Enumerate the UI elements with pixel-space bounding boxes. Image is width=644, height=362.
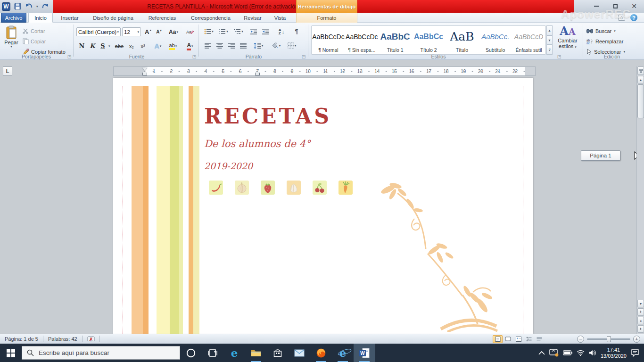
- paste-button[interactable]: Pegar ▾: [2, 25, 21, 55]
- tab-archivo[interactable]: Archivo: [1, 13, 26, 23]
- styles-dialog-launcher[interactable]: [556, 54, 562, 59]
- first-line-indent-marker[interactable]: [142, 67, 147, 71]
- justify-button[interactable]: [238, 41, 248, 50]
- styles-scroll-up[interactable]: ▲: [546, 25, 553, 35]
- zoom-out-button[interactable]: −: [577, 336, 584, 343]
- task-view-button[interactable]: [202, 344, 223, 362]
- bold-button[interactable]: N: [77, 41, 87, 50]
- text-effects-button[interactable]: A▾: [152, 41, 164, 50]
- save-button[interactable]: [13, 2, 22, 11]
- font-size-combo[interactable]: 12▾: [122, 27, 141, 36]
- taskbar-search[interactable]: Escribe aquí para buscar: [22, 346, 180, 360]
- numbering-button[interactable]: ▾: [217, 27, 230, 36]
- zoom-slider-thumb[interactable]: [607, 336, 611, 342]
- underline-button[interactable]: S: [98, 41, 107, 50]
- draft-view-button[interactable]: [534, 335, 544, 343]
- superscript-button[interactable]: x²: [138, 41, 148, 50]
- tab-stop-selector[interactable]: L: [3, 66, 12, 76]
- ruler-toggle-button[interactable]: [637, 66, 644, 75]
- change-case-button[interactable]: Aa▾: [167, 27, 180, 36]
- vertical-scrollbar[interactable]: ▲ ▼ ⇞ ● ⇟: [636, 66, 644, 334]
- file-explorer-button[interactable]: [245, 344, 267, 362]
- font-name-combo[interactable]: Calibri (Cuerpo)▾: [76, 27, 121, 36]
- style-titulo-1[interactable]: AaBbCTítulo 1: [379, 26, 412, 54]
- edge-button[interactable]: e: [223, 344, 245, 362]
- action-center-icon[interactable]: [631, 349, 639, 357]
- indent-marker[interactable]: [255, 71, 260, 75]
- proofing-status-button[interactable]: ✗: [83, 334, 99, 344]
- copy-button[interactable]: Copiar: [23, 37, 46, 46]
- web-layout-view-button[interactable]: [513, 335, 523, 343]
- align-right-button[interactable]: [226, 41, 237, 50]
- document-page[interactable]: RECETAS De los alumnos de 4° 2019-2020: [113, 78, 533, 334]
- print-layout-view-button[interactable]: [493, 335, 503, 343]
- left-indent-marker[interactable]: [142, 71, 147, 75]
- tab-revisar[interactable]: Revisar: [239, 13, 267, 23]
- tab-diseno-de-pagina[interactable]: Diseño de página: [87, 13, 140, 23]
- cortana-button[interactable]: [180, 344, 202, 362]
- tab-insertar[interactable]: Insertar: [55, 13, 85, 23]
- underline-dropdown-icon[interactable]: ▾: [108, 45, 110, 48]
- tab-correspondencia[interactable]: Correspondencia: [185, 13, 237, 23]
- redo-button[interactable]: [41, 2, 50, 11]
- page-indicator[interactable]: Página: 1 de 5: [0, 334, 43, 344]
- paragraph-dialog-launcher[interactable]: [301, 54, 306, 59]
- taskbar-clock[interactable]: 17:41 13/03/2020: [601, 347, 627, 359]
- align-left-button[interactable]: [202, 41, 213, 50]
- scrollbar-thumb[interactable]: [637, 84, 644, 118]
- italic-button[interactable]: K: [88, 41, 97, 50]
- show-marks-button[interactable]: ¶: [291, 27, 302, 36]
- subscript-button[interactable]: x₂: [126, 41, 137, 50]
- styles-gallery-expand[interactable]: ⊽: [546, 45, 553, 55]
- firefox-button[interactable]: [310, 344, 332, 362]
- font-color-button[interactable]: A▾: [183, 41, 197, 50]
- font-dialog-launcher[interactable]: [191, 54, 197, 59]
- style-normal[interactable]: AaBbCcDc¶ Normal: [312, 26, 345, 54]
- line-spacing-button[interactable]: ▾: [252, 41, 265, 50]
- shrink-font-button[interactable]: A▾: [154, 27, 164, 36]
- tab-vista[interactable]: Vista: [269, 13, 291, 23]
- restore-button[interactable]: [609, 2, 621, 10]
- internet-explorer-button[interactable]: e: [332, 344, 354, 362]
- fullscreen-reading-view-button[interactable]: [503, 335, 513, 343]
- tray-expand-icon[interactable]: [538, 351, 545, 355]
- style-enfasis-sutil[interactable]: AaBbCcDÉnfasis sutil: [512, 26, 545, 54]
- store-button[interactable]: [267, 344, 289, 362]
- scroll-down-button[interactable]: ▼: [637, 300, 644, 307]
- close-button[interactable]: ✕: [628, 2, 640, 10]
- find-button[interactable]: Buscar▾: [586, 26, 616, 35]
- scroll-up-button[interactable]: ▲: [637, 76, 644, 83]
- tab-referencias[interactable]: Referencias: [141, 13, 183, 23]
- start-button[interactable]: [0, 344, 22, 362]
- style-titulo-2[interactable]: AaBbCcTítulo 2: [412, 26, 446, 54]
- previous-page-button[interactable]: ⇞: [637, 308, 644, 316]
- cut-button[interactable]: Cortar: [23, 26, 45, 35]
- browse-object-button[interactable]: ●: [637, 317, 644, 324]
- multilevel-list-button[interactable]: ▾: [232, 27, 245, 36]
- battery-icon[interactable]: [563, 350, 572, 355]
- minimize-ribbon-button[interactable]: ◇: [618, 15, 625, 21]
- clipboard-dialog-launcher[interactable]: [66, 54, 72, 59]
- wifi-icon[interactable]: [577, 350, 585, 356]
- grow-font-button[interactable]: A▴: [143, 27, 153, 36]
- highlight-color-button[interactable]: ab▾: [166, 41, 180, 50]
- replace-button[interactable]: abac Reemplazar: [586, 37, 623, 46]
- display-sync-icon[interactable]: [549, 349, 559, 357]
- shading-button[interactable]: ▾: [269, 41, 283, 50]
- bullets-button[interactable]: ▾: [202, 27, 215, 36]
- mail-button[interactable]: [289, 344, 310, 362]
- align-center-button[interactable]: [214, 41, 225, 50]
- change-styles-button[interactable]: AA Cambiar estilos ▾: [554, 25, 581, 55]
- help-button[interactable]: ?: [630, 14, 637, 21]
- volume-icon[interactable]: [589, 350, 596, 356]
- tab-inicio[interactable]: Inicio: [28, 13, 53, 23]
- next-page-button[interactable]: ⇟: [637, 325, 644, 333]
- styles-scroll-down[interactable]: ▼: [546, 35, 553, 45]
- zoom-in-button[interactable]: +: [633, 336, 640, 343]
- decrease-indent-button[interactable]: [248, 27, 259, 36]
- borders-button[interactable]: ▾: [285, 41, 299, 50]
- style-subtitulo[interactable]: AaBbCc.Subtítulo: [479, 26, 512, 54]
- tab-formato[interactable]: Formato: [296, 13, 357, 23]
- increase-indent-button[interactable]: [260, 27, 271, 36]
- word-count[interactable]: Palabras: 42: [43, 334, 82, 344]
